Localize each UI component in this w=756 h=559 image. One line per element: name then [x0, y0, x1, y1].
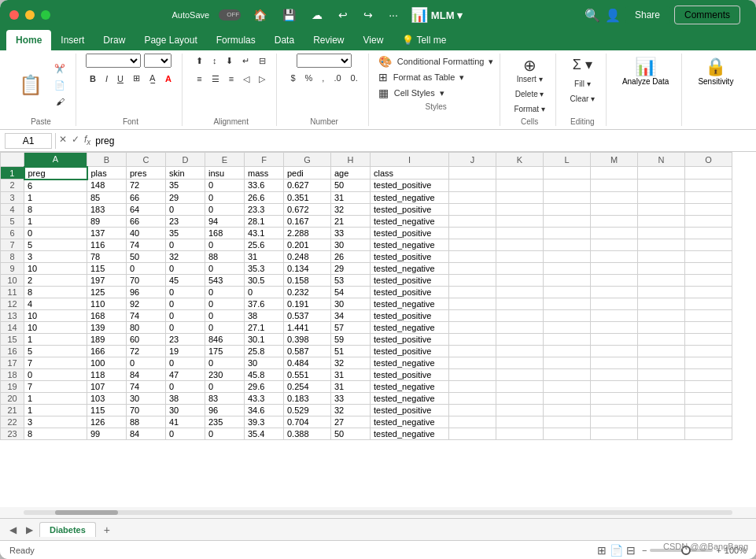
cell[interactable]: 45.8: [245, 368, 284, 380]
align-center-button[interactable]: ☰: [208, 72, 223, 87]
row-header[interactable]: 18: [1, 368, 24, 380]
cell[interactable]: 33.6: [245, 180, 284, 192]
cell[interactable]: [544, 274, 591, 286]
row-header[interactable]: 20: [1, 392, 24, 404]
cell[interactable]: 54: [331, 286, 371, 298]
cell[interactable]: [685, 357, 732, 368]
cell[interactable]: 148: [87, 180, 127, 192]
cell[interactable]: 30: [331, 239, 371, 250]
cell[interactable]: 0.201: [284, 239, 331, 250]
border-button[interactable]: ⊞: [129, 71, 144, 86]
cell[interactable]: [544, 250, 591, 262]
row-header[interactable]: 21: [1, 404, 24, 416]
cell[interactable]: [449, 227, 496, 239]
cell[interactable]: tested_positive: [371, 227, 449, 239]
cell[interactable]: 3: [24, 250, 87, 262]
cell[interactable]: [449, 309, 496, 321]
cell[interactable]: [685, 380, 732, 392]
cell[interactable]: [638, 298, 685, 309]
cell[interactable]: 0: [166, 298, 205, 309]
cell[interactable]: 1: [24, 404, 87, 416]
cell[interactable]: [638, 274, 685, 286]
row-header[interactable]: 8: [1, 250, 24, 262]
cell[interactable]: [638, 309, 685, 321]
tab-home[interactable]: Home: [6, 30, 51, 50]
delete-cells-button[interactable]: Delete ▾: [511, 87, 548, 101]
cell[interactable]: tested_negative: [371, 392, 449, 404]
font-family-select[interactable]: [86, 54, 141, 68]
cell[interactable]: 0: [166, 357, 205, 368]
cell[interactable]: 45: [166, 274, 205, 286]
col-header-c[interactable]: C: [127, 153, 166, 167]
cell[interactable]: 107: [87, 380, 127, 392]
row-header[interactable]: 14: [1, 321, 24, 333]
cell[interactable]: 230: [205, 368, 245, 380]
decrease-decimal-button[interactable]: .0: [330, 71, 345, 85]
cell[interactable]: [685, 404, 732, 416]
cell[interactable]: [544, 333, 591, 345]
cell[interactable]: 0.183: [284, 392, 331, 404]
cell[interactable]: [638, 345, 685, 357]
sum-button[interactable]: Σ ▾: [569, 54, 596, 76]
cell[interactable]: [449, 333, 496, 345]
cell[interactable]: 139: [87, 321, 127, 333]
cell[interactable]: 33: [331, 392, 371, 404]
conditional-formatting-button[interactable]: 🎨 Conditional Formatting ▾: [378, 54, 494, 69]
cell[interactable]: 31: [331, 191, 371, 203]
cell[interactable]: [591, 274, 638, 286]
cell[interactable]: [591, 321, 638, 333]
cell[interactable]: 84: [127, 368, 166, 380]
cell[interactable]: 0: [24, 368, 87, 380]
row-header[interactable]: 15: [1, 333, 24, 345]
cell[interactable]: 30: [127, 392, 166, 404]
col-header-l[interactable]: L: [544, 153, 591, 167]
cell[interactable]: [685, 428, 732, 439]
cell[interactable]: [638, 286, 685, 298]
cell[interactable]: tested_negative: [371, 215, 449, 227]
cell[interactable]: [638, 262, 685, 274]
row-header[interactable]: 13: [1, 309, 24, 321]
cell[interactable]: 0: [166, 239, 205, 250]
cell[interactable]: 30.1: [245, 333, 284, 345]
cell[interactable]: 125: [87, 286, 127, 298]
align-left-button[interactable]: ≡: [193, 72, 205, 87]
cell[interactable]: 84: [127, 428, 166, 439]
cell[interactable]: [685, 416, 732, 428]
normal-view-icon[interactable]: ⊞: [597, 544, 607, 557]
cell[interactable]: [685, 167, 732, 180]
cell[interactable]: 21: [331, 215, 371, 227]
col-header-b[interactable]: B: [87, 153, 127, 167]
cell[interactable]: [685, 321, 732, 333]
cell[interactable]: 0.248: [284, 250, 331, 262]
cell[interactable]: 0: [205, 298, 245, 309]
cell[interactable]: 103: [87, 392, 127, 404]
cell[interactable]: 39.3: [245, 416, 284, 428]
cell[interactable]: [685, 333, 732, 345]
cell[interactable]: [496, 250, 544, 262]
cell[interactable]: [449, 239, 496, 250]
cell[interactable]: 1.441: [284, 321, 331, 333]
cell[interactable]: 31: [331, 368, 371, 380]
cell[interactable]: 0: [205, 191, 245, 203]
cell[interactable]: 35: [166, 180, 205, 192]
cell[interactable]: 29: [331, 262, 371, 274]
cell[interactable]: 38: [166, 392, 205, 404]
cell[interactable]: 96: [205, 404, 245, 416]
cell[interactable]: 235: [205, 416, 245, 428]
cell[interactable]: 96: [127, 286, 166, 298]
cell[interactable]: 29.6: [245, 380, 284, 392]
cell[interactable]: class: [371, 167, 449, 180]
cell[interactable]: [638, 191, 685, 203]
align-right-button[interactable]: ≡: [225, 72, 238, 87]
cell[interactable]: [496, 286, 544, 298]
cell[interactable]: 0: [127, 262, 166, 274]
cell[interactable]: 0.672: [284, 203, 331, 215]
cell[interactable]: [591, 180, 638, 192]
cell[interactable]: [449, 404, 496, 416]
cell[interactable]: [496, 321, 544, 333]
cell[interactable]: [544, 203, 591, 215]
cell[interactable]: 0.587: [284, 345, 331, 357]
cell[interactable]: 72: [127, 180, 166, 192]
cell[interactable]: 34: [331, 309, 371, 321]
tab-page-layout[interactable]: Page Layout: [135, 30, 206, 50]
